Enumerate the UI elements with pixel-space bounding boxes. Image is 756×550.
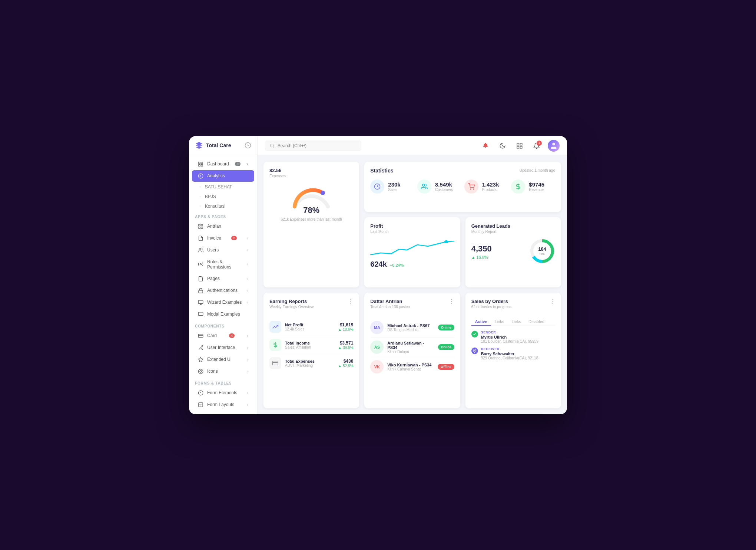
products-icon-wrap <box>464 180 478 194</box>
app-title: Total Care <box>206 142 231 148</box>
dashboard-badge: 3 <box>235 162 241 166</box>
sidebar-item-icons[interactable]: Icons › <box>192 366 254 377</box>
sidebar-item-bpjs[interactable]: BPJS <box>189 192 257 201</box>
earn-icon-total-income <box>269 339 281 351</box>
sidebar-item-form-layouts[interactable]: Form Layouts › <box>192 399 254 411</box>
user-avatar[interactable] <box>548 140 560 152</box>
leads-subtitle: Monthly Report <box>471 230 555 234</box>
sender-icon-wrap: SENDER Myrtle Ullrich 101 Boulder, Calif… <box>471 330 555 343</box>
earning-header: Earning Reports Weekly Earnings Overview… <box>269 299 353 313</box>
card-badge: 4 <box>229 333 235 338</box>
lock-icon <box>198 288 203 293</box>
sidebar-item-form-elements[interactable]: Form Elements › <box>192 387 254 399</box>
gauge-wrap: 78% $21k Expenses more than last month <box>269 182 353 282</box>
notification-bell-btn[interactable] <box>480 140 491 152</box>
receiver-icon-wrap: RECEIVER Barry Schowalter 929 Orange, Ca… <box>471 347 555 360</box>
earn-sub-1: Sales, Affiliation <box>285 345 334 349</box>
svg-rect-13 <box>198 300 203 303</box>
stat-item-revenue: $9745 Revenue <box>511 180 555 194</box>
pages-icon <box>198 276 203 281</box>
app-container: Total Care Dashboard 3 ▾ Analytics <box>189 136 567 414</box>
search-input[interactable] <box>278 143 357 148</box>
queue-name-2: Viko Kurniawan - PS34 <box>387 363 434 367</box>
sidebar-item-antrian[interactable]: Antrian <box>192 221 254 232</box>
earn-icon-net-profit <box>269 321 281 333</box>
earn-amount-1: $3,571 <box>338 340 353 346</box>
earning-menu-btn[interactable]: ⋮ <box>347 299 353 304</box>
invoice-arrow: › <box>247 236 248 240</box>
sidebar-item-wizard[interactable]: Wizard Examples › <box>192 297 254 308</box>
sender-name: Myrtle Ullrich <box>481 335 538 339</box>
sidebar-item-konsultasi[interactable]: Konsultasi <box>189 201 257 211</box>
extended-arrow: › <box>247 358 248 362</box>
sales-icon-wrap <box>370 180 384 194</box>
earning-card: Earning Reports Weekly Earnings Overview… <box>263 293 359 408</box>
sales-tab-links-1[interactable]: Links <box>491 318 508 326</box>
sidebar-item-users[interactable]: Users › <box>192 244 254 256</box>
sender-info: SENDER Myrtle Ullrich 101 Boulder, Calif… <box>481 330 538 343</box>
sales-tab-links-2[interactable]: Links <box>508 318 525 326</box>
search-bar[interactable] <box>265 141 361 151</box>
extended-icon <box>198 357 203 362</box>
pages-label: Pages <box>207 276 220 281</box>
sidebar-item-pages[interactable]: Pages › <box>192 273 254 284</box>
clock-icon[interactable] <box>245 142 251 149</box>
notifications-btn[interactable]: 4 <box>531 140 543 152</box>
queue-info-0: Michael Astrak - PS67 RS Tongas Medika <box>387 323 434 332</box>
profit-chart <box>370 238 454 258</box>
earn-info-2: Total Expenses ADVT, Marketing <box>285 359 334 368</box>
sidebar: Total Care Dashboard 3 ▾ Analytics <box>189 136 258 414</box>
earn-change-wrap-2: ▲ 52.8% <box>338 364 353 368</box>
svg-line-30 <box>273 146 274 147</box>
sender-check-icon <box>471 331 478 337</box>
antrian-label: Antrian <box>207 224 221 229</box>
dark-mode-btn[interactable] <box>497 140 508 152</box>
roles-icon <box>198 261 203 267</box>
expense-card: 82.5k Expenses <box>263 162 359 288</box>
donut-label: Total <box>538 252 546 256</box>
grid-btn[interactable] <box>514 140 525 152</box>
sales-tab-disabled[interactable]: Disabled <box>525 318 548 326</box>
svg-rect-2 <box>201 162 203 163</box>
queue-subtitle: Total Antrian 138 pasien <box>370 305 410 309</box>
sidebar-item-dashboard[interactable]: Dashboard 3 ▾ <box>192 158 254 170</box>
sidebar-item-ui[interactable]: User Interface › <box>192 342 254 353</box>
stats-updated: Updated 1 month ago <box>520 168 555 172</box>
sales-tab-active[interactable]: Active <box>471 318 491 326</box>
earning-item-1: Total Income Sales, Affiliation $3,571 ▲… <box>269 336 353 354</box>
sidebar-item-analytics[interactable]: Analytics <box>192 170 254 182</box>
sidebar-item-invoice[interactable]: Invoice 2 › <box>192 233 254 244</box>
auth-label: Authentications <box>207 288 238 293</box>
stat-item-sales: 230k Sales <box>370 180 414 194</box>
sidebar-item-modal[interactable]: Modal Examples <box>192 309 254 320</box>
sales-menu-btn[interactable]: ⋮ <box>549 299 555 304</box>
svg-rect-7 <box>201 224 203 225</box>
auth-arrow: › <box>247 289 248 293</box>
svg-rect-17 <box>198 334 203 337</box>
svg-point-39 <box>470 189 471 190</box>
antrian-icon <box>198 224 203 229</box>
svg-point-42 <box>444 240 448 243</box>
sales-title-block: Sales by Orders 62 deliveries in progres… <box>471 299 511 313</box>
queue-avatar-1: AS <box>370 340 384 354</box>
stat-info-sales: 230k Sales <box>388 181 400 192</box>
earn-change-1: 39.6% <box>343 346 353 350</box>
queue-avatar-0: MA <box>370 321 384 334</box>
sidebar-item-extended[interactable]: Extended UI › <box>192 354 254 365</box>
profit-title: Profit <box>370 223 454 229</box>
sales-value: 230k <box>388 181 400 188</box>
icons-arrow: › <box>247 369 248 373</box>
section-components: COMPONENTS <box>189 320 257 330</box>
sidebar-item-satu-sehat[interactable]: SATU SEHAT <box>189 182 257 192</box>
leads-title: Generated Leads <box>471 223 555 229</box>
wizard-label: Wizard Examples <box>207 300 242 305</box>
dashboard-arrow: ▾ <box>246 162 248 166</box>
queue-menu-btn[interactable]: ⋮ <box>448 299 454 304</box>
sidebar-item-roles[interactable]: Roles & Permissions › <box>192 256 254 273</box>
svg-rect-3 <box>199 164 200 166</box>
queue-title-block: Daftar Antrian Total Antrian 138 pasien <box>370 299 410 313</box>
sidebar-item-card[interactable]: Card 4 › <box>192 330 254 342</box>
sidebar-item-auth[interactable]: Authentications › <box>192 285 254 296</box>
queue-title: Daftar Antrian <box>370 299 410 304</box>
ui-label: User Interface <box>207 345 235 350</box>
